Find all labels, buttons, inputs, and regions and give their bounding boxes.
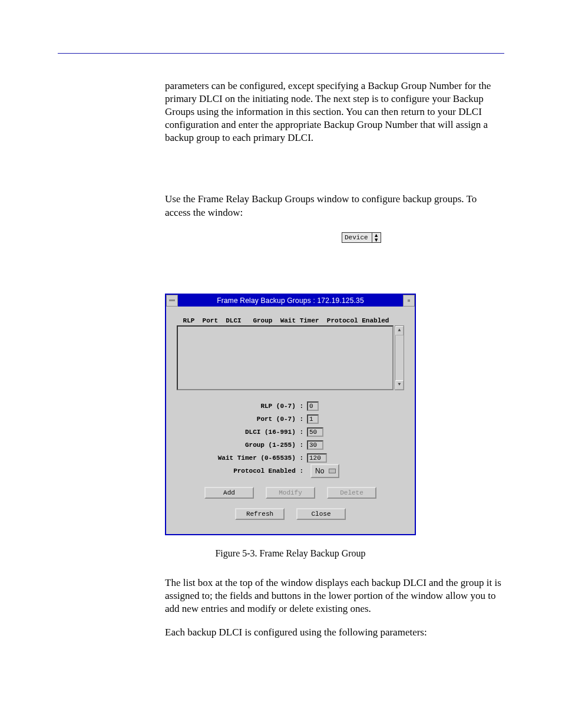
refresh-button[interactable]: Refresh bbox=[235, 508, 285, 520]
row-protocol-enabled: Protocol Enabled : No bbox=[177, 465, 404, 477]
window-title: Frame Relay Backup Groups : 172.19.125.3… bbox=[178, 295, 403, 307]
add-button[interactable]: Add bbox=[204, 487, 254, 499]
label-wait-timer: Wait Timer (0-65535) : bbox=[177, 454, 307, 462]
list-area: ▲ ▼ bbox=[177, 325, 404, 390]
scroll-up-icon[interactable]: ▲ bbox=[395, 326, 404, 335]
header-rule bbox=[58, 53, 504, 54]
paragraph-1: parameters can be configured, except spe… bbox=[165, 80, 504, 144]
label-port: Port (0-7) : bbox=[177, 416, 307, 423]
document-page: parameters can be configured, except spe… bbox=[0, 0, 562, 728]
row-wait-timer: Wait Timer (0-65535) : bbox=[177, 452, 404, 465]
label-dlci: DLCI (16-991) : bbox=[177, 429, 307, 436]
input-port[interactable] bbox=[307, 414, 319, 424]
row-group: Group (1-255) : bbox=[177, 439, 404, 452]
input-group[interactable] bbox=[307, 440, 323, 450]
window-body: RLP Port DLCI Group Wait Timer Protocol … bbox=[166, 307, 415, 534]
button-row-2: Refresh Close bbox=[177, 508, 404, 520]
scroll-down-icon[interactable]: ▼ bbox=[395, 380, 404, 390]
button-row-1: Add Modify Delete bbox=[177, 487, 404, 499]
input-dlci[interactable] bbox=[307, 427, 323, 437]
dot-icon bbox=[408, 299, 410, 302]
device-button-wrap: Device ▲▼ bbox=[342, 230, 504, 243]
paragraph-4: Each backup DLCI is configured using the… bbox=[165, 626, 504, 639]
window-titlebar[interactable]: Frame Relay Backup Groups : 172.19.125.3… bbox=[166, 295, 415, 307]
spacer bbox=[165, 155, 504, 193]
label-protocol-enabled: Protocol Enabled : bbox=[177, 467, 307, 475]
row-dlci: DLCI (16-991) : bbox=[177, 426, 404, 439]
modify-button[interactable]: Modify bbox=[266, 487, 315, 499]
screenshot-figure: Frame Relay Backup Groups : 172.19.125.3… bbox=[165, 294, 416, 535]
paragraph-2: Use the Frame Relay Backup Groups window… bbox=[165, 193, 504, 219]
menu-updown-icon: ▲▼ bbox=[372, 233, 381, 242]
figure-caption: Figure 5-3. Frame Relay Backup Group bbox=[165, 548, 416, 559]
paragraph-3: The list box at the top of the window di… bbox=[165, 577, 504, 615]
dash-icon bbox=[169, 299, 175, 301]
app-window: Frame Relay Backup Groups : 172.19.125.3… bbox=[165, 294, 416, 535]
close-button[interactable]: Close bbox=[296, 508, 346, 520]
select-protocol-enabled[interactable]: No bbox=[310, 464, 339, 478]
input-wait-timer[interactable] bbox=[307, 453, 327, 463]
device-menu-label: Device bbox=[342, 233, 372, 242]
row-rlp: RLP (0-7) : bbox=[177, 400, 404, 413]
input-rlp[interactable] bbox=[307, 401, 319, 411]
backup-dlci-listbox[interactable] bbox=[177, 325, 394, 390]
delete-button[interactable]: Delete bbox=[327, 487, 376, 499]
label-rlp: RLP (0-7) : bbox=[177, 403, 307, 410]
label-group: Group (1-255) : bbox=[177, 442, 307, 449]
scroll-track[interactable] bbox=[395, 335, 404, 380]
device-menu-button[interactable]: Device ▲▼ bbox=[342, 232, 381, 243]
select-protocol-enabled-value: No bbox=[315, 467, 324, 475]
sysmenu-icon[interactable] bbox=[166, 295, 178, 307]
listbox-scrollbar[interactable]: ▲ ▼ bbox=[395, 325, 404, 390]
form-area: RLP (0-7) : Port (0-7) : DLCI (16-991) :… bbox=[177, 400, 404, 477]
resize-icon[interactable] bbox=[403, 295, 415, 307]
body-text-block-2: The list box at the top of the window di… bbox=[165, 577, 504, 639]
row-port: Port (0-7) : bbox=[177, 413, 404, 426]
body-text-block: parameters can be configured, except spe… bbox=[165, 80, 504, 243]
list-columns-header: RLP Port DLCI Group Wait Timer Protocol … bbox=[177, 316, 404, 325]
option-menu-icon bbox=[329, 469, 336, 473]
